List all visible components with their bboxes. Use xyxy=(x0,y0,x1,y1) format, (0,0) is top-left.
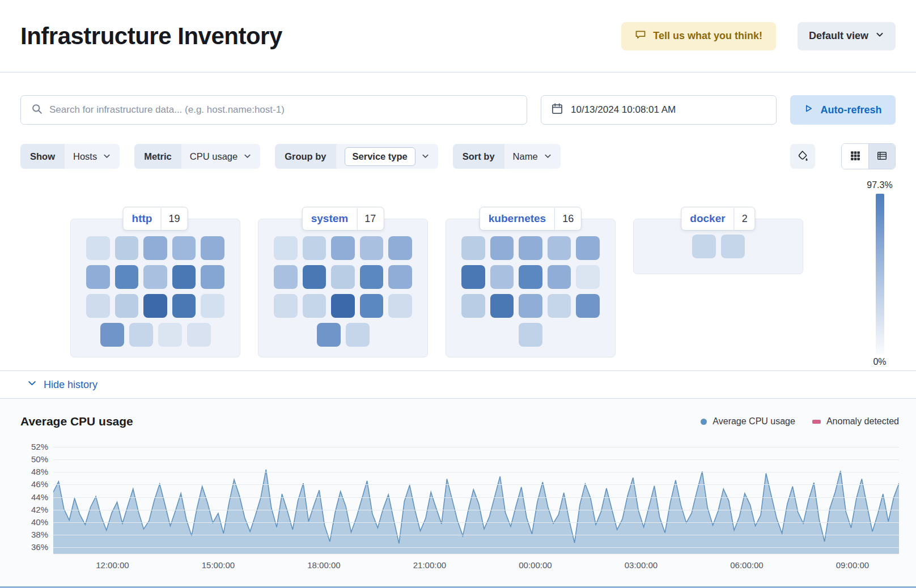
host-tile[interactable] xyxy=(143,236,167,260)
auto-refresh-button[interactable]: Auto-refresh xyxy=(790,95,896,125)
show-filter-dropdown[interactable]: Hosts xyxy=(65,144,120,169)
host-tile[interactable] xyxy=(274,265,298,289)
speech-bubble-icon xyxy=(635,29,646,43)
x-axis-label: 09:00:00 xyxy=(836,560,869,570)
gridline xyxy=(53,522,899,523)
host-tile[interactable] xyxy=(388,265,412,289)
gridline xyxy=(53,447,899,448)
search-input[interactable] xyxy=(49,104,516,116)
group-badge-http[interactable]: http19 xyxy=(123,207,188,231)
x-axis-label: 06:00:00 xyxy=(730,560,763,570)
sort-by-filter-dropdown[interactable]: Name xyxy=(504,144,561,169)
host-tile[interactable] xyxy=(519,265,542,289)
legend-label: Anomaly detected xyxy=(826,416,899,427)
view-dropdown-label: Default view xyxy=(809,30,868,42)
fill-color-button[interactable] xyxy=(790,144,815,169)
auto-refresh-label: Auto-refresh xyxy=(820,104,881,116)
host-tile[interactable] xyxy=(576,294,600,318)
group-by-filter-dropdown[interactable]: Service type xyxy=(336,144,438,169)
host-tile[interactable] xyxy=(303,236,326,260)
host-tile[interactable] xyxy=(303,265,326,289)
tile-grid xyxy=(86,236,224,347)
x-axis-label: 12:00:00 xyxy=(96,560,129,570)
host-tile[interactable] xyxy=(201,236,224,260)
group-name-label: http xyxy=(124,207,161,230)
host-tile[interactable] xyxy=(360,236,384,260)
host-tile[interactable] xyxy=(303,294,326,318)
host-tile[interactable] xyxy=(115,236,139,260)
hide-history-button[interactable]: Hide history xyxy=(20,378,97,391)
host-tile[interactable] xyxy=(129,323,153,347)
chevron-down-icon xyxy=(544,152,552,163)
search-icon xyxy=(31,103,43,117)
feedback-label: Tell us what you think! xyxy=(653,30,762,42)
host-tile[interactable] xyxy=(274,294,298,318)
gridline xyxy=(53,535,899,535)
feedback-button[interactable]: Tell us what you think! xyxy=(621,22,776,50)
history-toggle-row: Hide history xyxy=(0,370,916,398)
search-box[interactable] xyxy=(20,95,527,125)
host-tile[interactable] xyxy=(548,294,571,318)
group-badge-system[interactable]: system17 xyxy=(302,207,384,231)
host-tile[interactable] xyxy=(187,323,211,347)
history-panel: Average CPU usage Average CPU usageAnoma… xyxy=(0,398,916,588)
host-tile[interactable] xyxy=(388,236,412,260)
legend-item-dash[interactable]: Anomaly detected xyxy=(812,416,899,427)
host-tile[interactable] xyxy=(172,236,196,260)
host-tile[interactable] xyxy=(331,265,355,289)
host-tile[interactable] xyxy=(692,235,716,258)
host-tile[interactable] xyxy=(519,323,542,347)
host-tile[interactable] xyxy=(721,235,745,258)
host-tile[interactable] xyxy=(317,323,341,347)
host-tile[interactable] xyxy=(461,265,485,289)
show-filter-label: Show xyxy=(20,144,65,169)
host-tile[interactable] xyxy=(388,294,412,318)
grid-view-button[interactable] xyxy=(842,144,868,169)
host-tile[interactable] xyxy=(100,323,124,347)
host-tile[interactable] xyxy=(115,294,139,318)
host-tile[interactable] xyxy=(143,265,167,289)
host-tile[interactable] xyxy=(158,323,182,347)
host-tile[interactable] xyxy=(274,236,298,260)
host-tile[interactable] xyxy=(172,294,196,318)
host-tile[interactable] xyxy=(490,294,514,318)
host-tile[interactable] xyxy=(548,265,571,289)
group-name-label: docker xyxy=(681,207,733,230)
service-group-docker: docker2 xyxy=(633,219,803,274)
group-badge-docker[interactable]: docker2 xyxy=(681,207,755,231)
host-tile[interactable] xyxy=(360,265,384,289)
host-tile[interactable] xyxy=(490,236,514,260)
host-tile[interactable] xyxy=(201,294,224,318)
tile-row xyxy=(86,236,224,260)
host-tile[interactable] xyxy=(461,236,485,260)
view-toggle-group xyxy=(841,143,896,169)
host-tile[interactable] xyxy=(172,265,196,289)
host-tile[interactable] xyxy=(201,265,224,289)
host-tile[interactable] xyxy=(576,265,600,289)
date-picker[interactable]: 10/13/2024 10:08:01 AM xyxy=(541,95,777,125)
host-tile[interactable] xyxy=(86,265,110,289)
tile-row xyxy=(461,236,600,260)
group-badge-kubernetes[interactable]: kubernetes16 xyxy=(480,207,582,231)
host-tile[interactable] xyxy=(519,236,542,260)
host-tile[interactable] xyxy=(331,294,355,318)
host-tile[interactable] xyxy=(143,294,167,318)
list-view-button[interactable] xyxy=(868,144,895,169)
play-icon xyxy=(804,104,813,116)
host-tile[interactable] xyxy=(461,294,485,318)
host-tile[interactable] xyxy=(331,236,355,260)
tile-row xyxy=(86,323,224,347)
chart-plot-area[interactable]: 52%50%48%46%44%42%40%38%36%12:00:0015:00… xyxy=(53,441,899,554)
host-tile[interactable] xyxy=(346,323,370,347)
host-tile[interactable] xyxy=(360,294,384,318)
host-tile[interactable] xyxy=(86,236,110,260)
legend-item-dot[interactable]: Average CPU usage xyxy=(701,416,795,427)
view-dropdown-button[interactable]: Default view xyxy=(798,22,896,50)
host-tile[interactable] xyxy=(519,294,542,318)
host-tile[interactable] xyxy=(548,236,571,260)
metric-filter-dropdown[interactable]: CPU usage xyxy=(181,144,260,169)
host-tile[interactable] xyxy=(490,265,514,289)
host-tile[interactable] xyxy=(86,294,110,318)
host-tile[interactable] xyxy=(115,265,139,289)
host-tile[interactable] xyxy=(576,236,600,260)
